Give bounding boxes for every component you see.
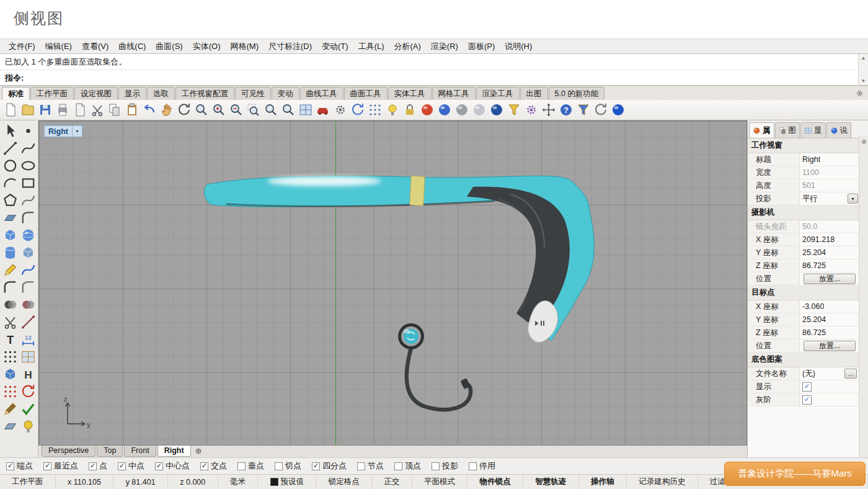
save-file-icon[interactable] bbox=[38, 102, 53, 117]
object-snap-gear-icon[interactable] bbox=[333, 102, 348, 117]
environment-icon[interactable] bbox=[611, 102, 626, 117]
panel-options-gear-icon[interactable] bbox=[860, 138, 868, 146]
status-item[interactable]: 锁定格点 bbox=[316, 475, 372, 489]
viewport-tab[interactable]: Right bbox=[157, 446, 191, 457]
toolbar-tab[interactable]: 实体工具 bbox=[388, 87, 432, 100]
dimension-tool-icon[interactable]: 12 bbox=[20, 331, 37, 348]
zoom-dynamic-icon[interactable] bbox=[194, 102, 209, 117]
osnap-checkbox[interactable] bbox=[118, 462, 126, 470]
cylinder-tool-icon[interactable] bbox=[2, 244, 19, 261]
menu-item[interactable]: 变动(T) bbox=[317, 40, 353, 53]
viewport-tab[interactable]: Front bbox=[124, 446, 156, 457]
cut-icon[interactable] bbox=[90, 102, 105, 117]
new-file-icon[interactable] bbox=[3, 102, 18, 117]
panel-tab[interactable]: 说 bbox=[826, 122, 852, 138]
point-tool-icon[interactable] bbox=[20, 123, 37, 139]
filter-icon[interactable] bbox=[576, 102, 591, 117]
plane-tool-icon[interactable] bbox=[2, 418, 19, 434]
osnap-toggle[interactable]: 最近点 bbox=[43, 460, 78, 472]
viewport-title-dropdown[interactable]: Right ▼ bbox=[44, 125, 82, 137]
status-item[interactable]: 物件锁点 bbox=[467, 475, 523, 489]
osnap-toggle[interactable]: 点 bbox=[89, 460, 107, 472]
status-item[interactable]: 平面模式 bbox=[412, 475, 468, 489]
panel-tab[interactable]: 显 bbox=[800, 122, 826, 138]
scroll-down-icon[interactable]: ▼ bbox=[859, 77, 868, 85]
extrude-tool-icon[interactable] bbox=[20, 244, 37, 261]
toolbar-tab[interactable]: 变动 bbox=[272, 87, 299, 100]
zoom-out-icon[interactable] bbox=[229, 102, 244, 117]
property-value[interactable]: 2091.218 ▼ … bbox=[800, 233, 859, 246]
property-value[interactable]: 86.725 ▼ … bbox=[800, 259, 859, 272]
boolean-union-icon[interactable] bbox=[2, 297, 19, 313]
property-value-text[interactable]: 1100 bbox=[802, 168, 819, 177]
menu-item[interactable]: 曲面(S) bbox=[151, 40, 187, 53]
offset-tool-icon[interactable] bbox=[20, 192, 37, 209]
ellipse-tool-icon[interactable] bbox=[20, 158, 37, 174]
array-polar-icon[interactable] bbox=[20, 384, 37, 400]
property-value-text[interactable]: -3.060 bbox=[802, 302, 824, 311]
osnap-toggle[interactable]: 垂点 bbox=[237, 460, 264, 472]
property-value[interactable]: 放置... ▼ … bbox=[800, 272, 859, 285]
hatch-tool-icon[interactable] bbox=[20, 349, 37, 365]
sweep-tool-icon[interactable] bbox=[20, 262, 37, 278]
property-value[interactable]: 平行 ▼ … bbox=[800, 192, 859, 205]
zoom-window-icon[interactable] bbox=[246, 102, 261, 117]
toolbar-tab[interactable]: 渲染工具 bbox=[476, 87, 520, 100]
status-item[interactable]: 毫米 bbox=[218, 475, 259, 489]
osnap-checkbox[interactable] bbox=[155, 462, 163, 470]
curve-tool-icon[interactable] bbox=[20, 140, 37, 156]
menu-item[interactable]: 尺寸标注(D) bbox=[264, 40, 317, 53]
toolbar-tab[interactable]: 可见性 bbox=[235, 87, 271, 100]
property-value-text[interactable]: 50.0 bbox=[802, 222, 817, 231]
osnap-toggle[interactable]: 节点 bbox=[357, 460, 384, 472]
osnap-toggle[interactable]: 交点 bbox=[200, 460, 227, 472]
toolbar-tab[interactable]: 5.0 的新功能 bbox=[549, 87, 605, 100]
osnap-toggle[interactable]: 顶点 bbox=[394, 460, 421, 472]
osnap-checkbox[interactable] bbox=[6, 462, 14, 470]
toolbar-tab[interactable]: 设定视图 bbox=[74, 87, 118, 100]
osnap-checkbox[interactable] bbox=[237, 462, 246, 470]
render-icon[interactable] bbox=[420, 102, 435, 117]
scroll-up-icon[interactable]: ▲ bbox=[859, 54, 868, 62]
osnap-toggle[interactable]: 中心点 bbox=[155, 460, 190, 472]
viewport-tab[interactable]: Perspective bbox=[42, 446, 95, 457]
property-checkbox[interactable] bbox=[802, 382, 812, 392]
osnap-toggle[interactable]: 中点 bbox=[118, 460, 144, 472]
status-item[interactable]: 智慧轨迹 bbox=[523, 475, 579, 489]
panel-tab[interactable]: 图 bbox=[775, 122, 800, 138]
status-item[interactable]: z 0.000 bbox=[168, 475, 218, 489]
menu-item[interactable]: 渲染(R) bbox=[426, 40, 463, 53]
history-icon[interactable] bbox=[593, 102, 608, 117]
text-tool-icon[interactable]: T bbox=[2, 331, 19, 348]
export-icon[interactable] bbox=[73, 102, 87, 117]
viewport-right[interactable]: Right ▼ z y bbox=[38, 120, 747, 446]
property-value[interactable]: 501 ▼ … bbox=[800, 179, 859, 192]
zoom-extents-icon[interactable] bbox=[264, 102, 278, 117]
property-value-text[interactable]: (无) bbox=[802, 369, 815, 379]
property-value[interactable]: ▼ … bbox=[800, 380, 859, 393]
print-icon[interactable] bbox=[55, 102, 70, 117]
loft-tool-icon[interactable] bbox=[20, 210, 37, 226]
check-tool-icon[interactable] bbox=[20, 401, 37, 417]
box-tool-icon[interactable] bbox=[2, 227, 19, 243]
status-item[interactable]: 正交 bbox=[372, 475, 412, 489]
chamfer-tool-icon[interactable] bbox=[20, 279, 37, 295]
split-tool-icon[interactable] bbox=[20, 314, 37, 330]
undo-icon[interactable] bbox=[142, 102, 157, 117]
osnap-toggle[interactable]: 投影 bbox=[432, 460, 458, 472]
marker-tool-icon[interactable] bbox=[2, 262, 19, 278]
property-value[interactable]: 25.204 ▼ … bbox=[800, 246, 859, 259]
osnap-checkbox[interactable] bbox=[357, 462, 365, 470]
lamp-tool-icon[interactable] bbox=[20, 418, 37, 434]
status-item[interactable]: 操作轴 bbox=[579, 475, 627, 489]
sphere-tool-icon[interactable] bbox=[20, 227, 37, 243]
property-value[interactable]: -3.060 ▼ … bbox=[800, 300, 859, 313]
osnap-checkbox[interactable] bbox=[89, 462, 97, 470]
gumball-icon[interactable] bbox=[541, 102, 556, 117]
menu-item[interactable]: 编辑(E) bbox=[40, 40, 77, 53]
arc-tool-icon[interactable] bbox=[2, 175, 19, 191]
toolbar-tab[interactable]: 显示 bbox=[118, 87, 146, 100]
menu-item[interactable]: 网格(M) bbox=[225, 40, 264, 53]
new-viewport-tab-button[interactable]: ⊕ bbox=[192, 446, 205, 456]
osnap-checkbox[interactable] bbox=[200, 462, 208, 470]
